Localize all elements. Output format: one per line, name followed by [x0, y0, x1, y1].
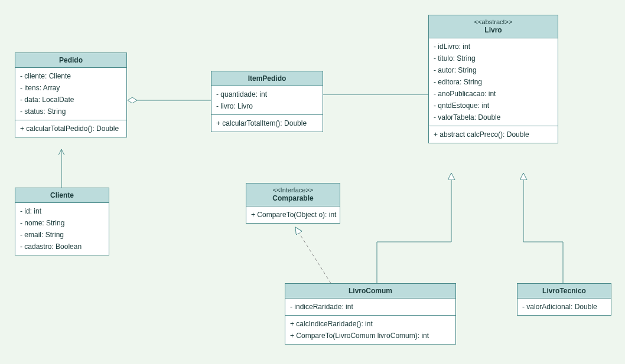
class-livro[interactable]: <<abstract>> Livro - idLivro: int - titu… [428, 15, 558, 143]
attrs: - indiceRaridade: int [285, 299, 455, 316]
ops: + calcIndiceRaridade(): int + CompareTo(… [285, 316, 455, 344]
class-livrotecnico[interactable]: LivroTecnico - valorAdicional: Double [517, 283, 611, 316]
class-itempedido[interactable]: ItemPedido - quantidade: int - livro: Li… [211, 71, 323, 132]
attrs: - id: int - nome: String - email: String… [15, 203, 109, 255]
attrs: - quantidade: int - livro: Livro [211, 86, 323, 115]
gen-livrocomum-livro [377, 173, 451, 283]
ops: + calcularTotalItem(): Double [211, 115, 323, 132]
attrs: - cliente: Cliente - itens: Array - data… [15, 68, 126, 120]
ops: + CompareTo(Object o): int [246, 206, 340, 223]
ops: + calcularTotalPedido(): Double [15, 120, 126, 137]
attrs: - valorAdicional: Double [517, 299, 611, 315]
class-title: Livro [484, 26, 502, 34]
class-pedido[interactable]: Pedido - cliente: Cliente - itens: Array… [15, 53, 127, 137]
ops: + abstract calcPreco(): Double [429, 126, 558, 143]
stereotype: <<abstract>> [432, 18, 554, 26]
class-title: LivroComum [349, 287, 392, 295]
uml-canvas: Pedido - cliente: Cliente - itens: Array… [0, 0, 625, 364]
class-cliente[interactable]: Cliente - id: int - nome: String - email… [15, 188, 109, 255]
gen-livrotecnico-livro [523, 173, 563, 283]
class-livrocomum[interactable]: LivroComum - indiceRaridade: int + calcI… [285, 283, 456, 345]
class-title: Comparable [272, 194, 313, 202]
class-title: Pedido [59, 56, 83, 64]
class-title: Cliente [50, 191, 74, 199]
class-title: ItemPedido [248, 74, 287, 83]
svg-rect-0 [319, 88, 437, 100]
interface-comparable[interactable]: <<Interface>> Comparable + CompareTo(Obj… [246, 183, 340, 224]
realize-livrocomum-comparable [295, 227, 331, 283]
attrs: - idLivro: int - titulo: String - autor:… [429, 38, 558, 126]
class-title: LivroTecnico [542, 287, 586, 295]
stereotype: <<Interface>> [250, 186, 336, 194]
